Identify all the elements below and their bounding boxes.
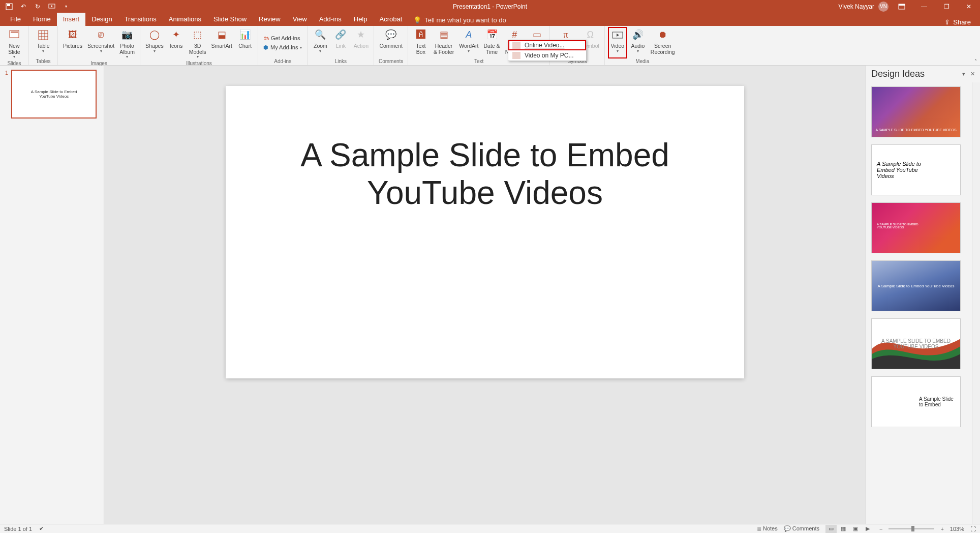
group-tables-label: Tables — [32, 58, 54, 65]
titlebar: ↶ ↻ ▾ Presentation1 - PowerPoint Vivek N… — [0, 0, 980, 13]
pictures-button[interactable]: 🖼Pictures — [61, 27, 84, 61]
online-video-icon — [512, 42, 520, 49]
textbox-icon: 🅰 — [416, 28, 425, 42]
group-slides: New Slide ▾ Slides — [0, 26, 29, 65]
action-button: ★Action — [351, 27, 371, 58]
slide-thumb-number: 1 — [5, 70, 8, 119]
photo-album-button[interactable]: 📷Photo Album▾ — [117, 27, 137, 61]
get-addins-button[interactable]: 🛍Get Add-ins — [261, 34, 304, 42]
tab-addins[interactable]: Add-ins — [313, 13, 348, 26]
redo-icon[interactable]: ↻ — [34, 3, 42, 11]
pane-options-icon[interactable]: ▾ — [962, 71, 965, 77]
workspace: 1 A Sample Slide to Embed YouTube Videos… — [0, 66, 980, 524]
minimize-icon[interactable]: — — [915, 0, 933, 13]
tab-transitions[interactable]: Transitions — [118, 13, 163, 26]
slide-thumbnail-1[interactable]: A Sample Slide to Embed YouTube Videos — [11, 70, 97, 119]
notes-button[interactable]: ≣ Notes — [757, 525, 778, 532]
slideshow-view-icon[interactable]: ▶ — [862, 525, 873, 533]
zoom-slider[interactable] — [889, 528, 934, 529]
group-illustrations: ◯Shapes▾ ✦Icons ⬚3D Models▾ ⬓SmartArt 📊C… — [140, 26, 258, 65]
ribbon-display-icon[interactable] — [893, 0, 911, 13]
tab-review[interactable]: Review — [253, 13, 287, 26]
chart-button[interactable]: 📊Chart — [235, 27, 255, 61]
comments-button[interactable]: 💬 Comments — [784, 525, 819, 532]
user-name[interactable]: Vivek Nayyar — [839, 3, 874, 10]
zoom-in-icon[interactable]: + — [940, 526, 943, 532]
link-button: 🔗Link — [331, 27, 350, 58]
ribbon: New Slide ▾ Slides Table ▾ Tables 🖼Pictu… — [0, 26, 980, 66]
video-on-pc-menu-item[interactable]: Video on My PC... — [508, 50, 586, 61]
design-idea-5[interactable]: A SAMPLE SLIDE TO EMBED YOUTUBE VIDEOS — [871, 318, 961, 369]
tab-insert[interactable]: Insert — [57, 13, 86, 26]
slide-counter[interactable]: Slide 1 of 1 — [4, 526, 32, 532]
design-ideas-list[interactable]: A SAMPLE SLIDE TO EMBED YOUTUBE VIDEOS A… — [866, 82, 972, 524]
3d-models-button[interactable]: ⬚3D Models▾ — [187, 27, 208, 61]
design-idea-6[interactable]: A Sample Slide to Embed — [871, 376, 961, 427]
shapes-button[interactable]: ◯Shapes▾ — [143, 27, 166, 61]
screen-recording-button[interactable]: ⏺Screen Recording — [649, 27, 677, 58]
text-box-button[interactable]: 🅰Text Box — [411, 27, 431, 58]
wordart-icon: A — [466, 28, 472, 42]
tell-me[interactable]: 💡 Tell me what you want to do — [408, 14, 511, 26]
svg-rect-6 — [11, 32, 18, 33]
normal-view-icon[interactable]: ▭ — [825, 525, 837, 533]
fit-to-window-icon[interactable]: ⛶ — [970, 526, 976, 532]
date-time-button[interactable]: 📅Date & Time — [482, 27, 502, 58]
wordart-button[interactable]: AWordArt▾ — [457, 27, 480, 58]
sorter-view-icon[interactable]: ▦ — [838, 525, 849, 533]
screenshot-button[interactable]: ⎚Screenshot▾ — [85, 27, 116, 61]
slide-title-text[interactable]: A Sample Slide to Embed YouTube Videos — [300, 137, 669, 212]
audio-button[interactable]: 🔊Audio▾ — [628, 27, 648, 58]
group-images: 🖼Pictures ⎚Screenshot▾ 📷Photo Album▾ Ima… — [58, 26, 140, 65]
design-ideas-scrollbar[interactable] — [972, 82, 980, 524]
svg-rect-1 — [7, 4, 10, 6]
collapse-ribbon-icon[interactable]: ˄ — [974, 58, 977, 64]
close-icon[interactable]: ✕ — [960, 0, 978, 13]
undo-icon[interactable]: ↶ — [19, 3, 27, 11]
group-media-label: Media — [608, 58, 677, 65]
tab-design[interactable]: Design — [85, 13, 118, 26]
slide-canvas[interactable]: A Sample Slide to Embed YouTube Videos — [226, 86, 744, 378]
zoom-button[interactable]: 🔍Zoom▾ — [311, 27, 330, 58]
pane-close-icon[interactable]: ✕ — [970, 71, 975, 77]
qat-customize-icon[interactable]: ▾ — [62, 3, 70, 11]
header-footer-button[interactable]: ▤Header & Footer — [432, 27, 456, 58]
tab-slideshow[interactable]: Slide Show — [207, 13, 253, 26]
svg-rect-4 — [899, 4, 905, 6]
spellcheck-icon[interactable]: ✔ — [39, 525, 44, 532]
my-addins-button[interactable]: ⬢My Add-ins▾ — [261, 43, 304, 52]
video-button[interactable]: Video▾ — [608, 27, 627, 58]
zoom-level[interactable]: 103% — [950, 526, 964, 532]
design-idea-2[interactable]: A Sample Slide to Embed YouTube Videos — [871, 144, 961, 195]
design-idea-4[interactable]: A Sample Slide to Embed YouTube Videos — [871, 260, 961, 311]
user-avatar[interactable]: VN — [878, 2, 889, 12]
tab-home[interactable]: Home — [27, 13, 57, 26]
restore-icon[interactable]: ❐ — [937, 0, 956, 13]
online-video-menu-item[interactable]: Online Video... — [508, 40, 586, 50]
design-idea-3[interactable]: A SAMPLE SLIDE TO EMBED YOUTUBE VIDEOS — [871, 202, 961, 253]
share-button[interactable]: ⇪ Share — [944, 18, 971, 26]
slide-canvas-area[interactable]: A Sample Slide to Embed YouTube Videos — [104, 66, 866, 524]
save-icon[interactable] — [5, 3, 13, 11]
comment-button[interactable]: 💬Comment — [377, 27, 405, 58]
slide-thumbnail-panel: 1 A Sample Slide to Embed YouTube Videos — [0, 66, 104, 524]
date-icon: 📅 — [486, 28, 498, 42]
shapes-icon: ◯ — [149, 28, 160, 42]
tab-file[interactable]: File — [4, 13, 27, 26]
smartart-button[interactable]: ⬓SmartArt — [209, 27, 234, 61]
start-slideshow-icon[interactable] — [48, 3, 56, 11]
tab-view[interactable]: View — [287, 13, 313, 26]
chevron-down-icon: ▾ — [13, 55, 15, 60]
icons-button[interactable]: ✦Icons — [167, 27, 186, 61]
table-button[interactable]: Table ▾ — [32, 27, 54, 58]
design-ideas-pane: Design Ideas ▾ ✕ A SAMPLE SLIDE TO EMBED… — [866, 66, 980, 524]
group-links: 🔍Zoom▾ 🔗Link ★Action Links — [308, 26, 374, 65]
new-slide-button[interactable]: New Slide ▾ — [3, 27, 25, 61]
tab-acrobat[interactable]: Acrobat — [374, 13, 409, 26]
tab-animations[interactable]: Animations — [163, 13, 207, 26]
zoom-out-icon[interactable]: − — [879, 526, 882, 532]
reading-view-icon[interactable]: ▣ — [850, 525, 861, 533]
tab-help[interactable]: Help — [348, 13, 374, 26]
design-idea-1[interactable]: A SAMPLE SLIDE TO EMBED YOUTUBE VIDEOS — [871, 86, 961, 137]
svg-rect-7 — [39, 31, 48, 40]
